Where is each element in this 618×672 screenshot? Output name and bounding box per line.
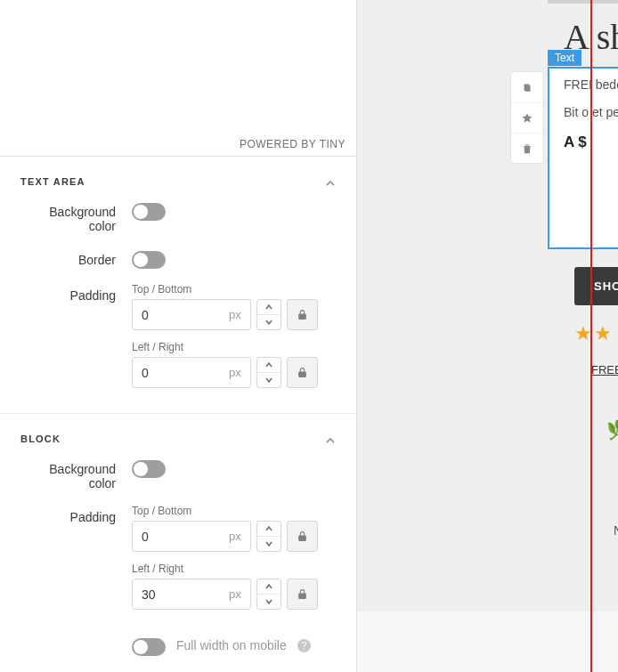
step-down-icon[interactable] (257, 314, 281, 329)
step-down-icon[interactable] (257, 536, 281, 551)
text-area-header[interactable]: TEXT AREA (20, 157, 336, 199)
padding-lr-input-ta[interactable] (133, 358, 229, 387)
lr-sub-block: Left / Right (132, 563, 336, 575)
step-up-icon[interactable] (257, 522, 281, 536)
padding-tb-lock-block[interactable] (287, 521, 318, 552)
padding-lr-stepper-block[interactable] (256, 579, 281, 610)
text-area-title: TEXT AREA (20, 176, 85, 187)
padding-row-block: Padding Top / Bottom px Left (20, 505, 336, 620)
padding-tb-stepper-ta[interactable] (256, 299, 281, 330)
block-toolbar (510, 71, 544, 164)
block-header[interactable]: BLOCK (20, 414, 336, 457)
editor-area: POWERED BY TINY (0, 0, 356, 157)
padding-lr-stepper-ta[interactable] (256, 357, 281, 388)
border-label: Border (20, 247, 132, 267)
help-icon[interactable]: ? (297, 639, 311, 652)
bg-color-label: Background color (20, 199, 132, 233)
n-text: N (614, 523, 618, 538)
block-bg-label: Background color (20, 457, 132, 490)
preview-canvas: A sh Text FREI bede Bit o et pe taspi im… (357, 0, 618, 672)
step-down-icon[interactable] (257, 594, 281, 609)
text-block-selected[interactable]: Text FREI bede Bit o et pe taspi im n di… (548, 67, 618, 249)
padding-tb-input-block[interactable] (133, 522, 229, 551)
padding-row-ta: Padding Top / Bottom px Left (20, 283, 336, 399)
lr-sub-ta: Left / Right (132, 341, 336, 353)
guide-line (590, 0, 592, 672)
block-bg-row: Background color (20, 457, 336, 490)
padding-tb-stepper-block[interactable] (256, 521, 281, 552)
padding-lr-input-wrap-ta: px (132, 357, 251, 388)
padding-lr-lock-block[interactable] (287, 579, 318, 610)
leaf-icon: 🌿 (606, 418, 618, 441)
tb-sub-ta: Top / Bottom (132, 283, 336, 296)
image-thumb (548, 0, 618, 4)
padding-tb-input-ta[interactable] (133, 300, 229, 329)
unit-label: px (229, 300, 250, 329)
full-width-toggle[interactable] (132, 638, 166, 656)
padding-label-block: Padding (20, 505, 132, 524)
section-text-area: TEXT AREA Background color Border Paddin… (0, 157, 356, 656)
step-up-icon[interactable] (257, 300, 281, 314)
text-tag: Text (548, 50, 581, 66)
border-toggle[interactable] (132, 251, 166, 269)
delete-button[interactable] (511, 133, 543, 163)
free-link[interactable]: FREE (591, 363, 618, 376)
bg-color-toggle[interactable] (132, 203, 166, 221)
properties-panel: POWERED BY TINY TEXT AREA Background col… (0, 0, 357, 672)
favorite-button[interactable] (511, 102, 543, 133)
step-down-icon[interactable] (257, 372, 281, 387)
bg-color-row: Background color (20, 199, 336, 233)
padding-label-ta: Padding (20, 283, 132, 303)
step-up-icon[interactable] (257, 358, 281, 372)
padding-tb-lock-ta[interactable] (287, 299, 318, 330)
chevron-up-icon (325, 176, 336, 187)
chevron-up-icon (325, 433, 336, 444)
full-width-row: Full width on mobile ? (20, 635, 336, 656)
unit-label: px (229, 579, 250, 609)
tb-sub-block: Top / Bottom (132, 505, 336, 517)
border-row: Border (20, 247, 336, 269)
padding-lr-input-block[interactable] (133, 579, 229, 609)
cta-button[interactable]: SHO (574, 267, 618, 305)
tiny-credit: POWERED BY TINY (240, 138, 346, 150)
block-bg-toggle[interactable] (132, 460, 166, 478)
padding-tb-input-wrap-ta: px (132, 299, 251, 330)
padding-lr-input-wrap-block: px (132, 579, 251, 610)
step-up-icon[interactable] (257, 579, 281, 594)
duplicate-button[interactable] (511, 72, 543, 102)
padding-lr-lock-ta[interactable] (287, 357, 318, 388)
unit-label: px (229, 358, 250, 387)
block-title: BLOCK (20, 433, 61, 444)
star-rating: ★★ (574, 322, 614, 345)
padding-tb-input-wrap-block: px (132, 521, 251, 552)
unit-label: px (229, 522, 250, 551)
full-width-label: Full width on mobile (176, 638, 287, 652)
